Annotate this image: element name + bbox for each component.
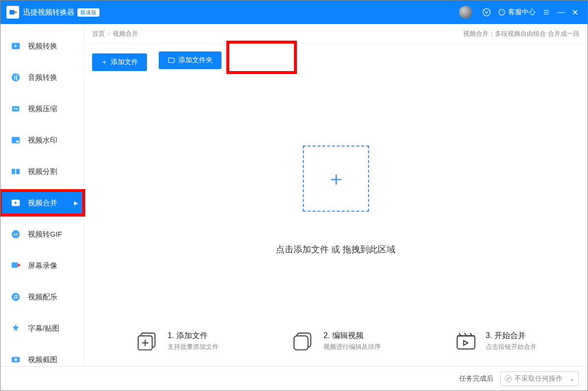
video-convert-icon [9,40,22,52]
sidebar-item-label: 视频压缩 [28,104,57,114]
sidebar-item-label: 视频截图 [28,355,57,365]
breadcrumb-bar: 首页 › 视频合并 视频合并：多段视频自由组合 合并成一段 [84,24,588,44]
merge-step-icon [453,331,479,351]
sidebar-item-subtitle-sticker[interactable]: 字幕/贴图 [0,316,84,341]
main-panel: 首页 › 视频合并 视频合并：多段视频自由组合 合并成一段 ＋ 添加文件 添加文… [84,24,588,366]
edit-step-icon [291,331,317,351]
post-task-action-select[interactable]: 不采取任何操作 ⌄ [500,371,579,386]
breadcrumb-sep-icon: › [108,30,110,37]
svg-point-23 [16,297,17,298]
breadcrumb-current: 视频合并 [113,29,138,38]
support-link[interactable]: 客服中心 [497,8,536,17]
sidebar-item-label: 屏幕录像 [28,261,57,270]
step-title: 1. 添加文件 [168,331,219,341]
video-split-icon [9,165,22,178]
step-title: 3. 开始合并 [486,331,537,341]
video-watermark-icon [9,134,22,147]
sidebar-item-label: 字幕/贴图 [28,324,59,333]
user-avatar[interactable] [459,6,472,19]
svg-point-20 [18,264,20,267]
sidebar-item-video-watermark[interactable]: 视频水印 [0,128,84,152]
sidebar-item-screen-record[interactable]: 屏幕录像 [0,253,84,278]
toolbar: ＋ 添加文件 添加文件夹 [84,44,588,79]
sidebar-item-video-music[interactable]: 视频配乐 [0,285,84,309]
step-1: 1. 添加文件 支持批量添加文件 [135,331,219,351]
sidebar-item-audio-convert[interactable]: 音频转换 [0,65,84,90]
plus-icon: ＋ [326,165,346,192]
step-subtitle: 视频进行编辑及排序 [323,342,381,351]
video-merge-icon [9,196,22,209]
add-file-button[interactable]: ＋ 添加文件 [92,53,147,71]
sidebar-item-video-split[interactable]: 视频分割 [0,159,84,184]
svg-rect-31 [294,336,308,350]
post-task-action-value: 不采取任何操作 [514,374,563,383]
step-title: 2. 编辑视频 [323,331,381,341]
app-edition-badge: 极速版 [77,8,99,17]
steps-row: 1. 添加文件 支持批量添加文件 2. 编辑视频 视频进行编辑及排序 3. [84,322,588,366]
svg-rect-0 [9,10,15,15]
chevron-down-icon: ⌄ [569,375,574,382]
sidebar-item-video-compress[interactable]: 视频压缩 [0,97,84,121]
step-3: 3. 开始合并 点击按钮开始合并 [453,331,537,351]
footer-label: 任务完成后 [459,374,493,383]
vip-icon[interactable] [481,6,492,18]
svg-text:GIF: GIF [13,233,19,236]
sidebar-item-label: 视频水印 [28,136,57,145]
screenshot-icon [9,353,22,366]
menu-icon[interactable] [540,6,552,18]
breadcrumb-root[interactable]: 首页 [92,29,105,38]
svg-rect-13 [16,141,19,143]
plus-icon: ＋ [101,58,108,67]
video-music-icon [9,291,22,303]
sidebar-item-video-convert[interactable]: 视频转换 [0,34,84,58]
video-gif-icon: GIF [9,228,22,241]
add-folder-button[interactable]: 添加文件夹 [159,51,221,69]
chevron-right-icon: ▶ [74,200,78,206]
drop-box[interactable]: ＋ [303,146,369,212]
audio-convert-icon [9,71,22,84]
svg-point-25 [14,358,17,361]
sidebar-item-video-screenshot[interactable]: 视频截图 [0,347,84,372]
svg-point-22 [14,297,15,299]
svg-point-2 [483,9,490,16]
step-subtitle: 点击按钮开始合并 [486,342,537,351]
svg-rect-19 [12,263,18,268]
sidebar-item-label: 视频分割 [28,167,57,176]
drop-hint: 点击添加文件 或 拖拽到此区域 [276,244,395,255]
svg-point-5 [503,12,504,13]
sidebar-item-video-to-gif[interactable]: GIF 视频转GIF [0,222,84,246]
add-file-label: 添加文件 [111,58,138,67]
footer-bar: 任务完成后 不采取任何操作 ⌄ [0,366,588,391]
sidebar: 视频转换 音频转换 视频压缩 视频水印 视频分割 视频合并 ▶ GIF 视频转G… [0,24,84,366]
page-description: 视频合并：多段视频自由组合 合并成一段 [463,29,580,38]
step-2: 2. 编辑视频 视频进行编辑及排序 [291,331,381,351]
sidebar-item-label: 视频转GIF [28,230,62,239]
svg-rect-32 [457,336,475,349]
svg-rect-14 [12,169,15,174]
support-label: 客服中心 [508,8,536,17]
app-title: 迅捷视频转换器 [23,8,74,17]
svg-point-3 [499,9,505,15]
sidebar-item-video-merge[interactable]: 视频合并 ▶ [0,191,84,215]
svg-point-21 [12,293,20,301]
svg-point-4 [500,12,501,13]
sidebar-item-label: 音频转换 [28,73,57,82]
svg-point-10 [12,73,20,82]
video-compress-icon [9,102,22,115]
minimize-button[interactable]: — [554,8,568,17]
add-folder-label: 添加文件夹 [178,56,213,65]
screen-record-icon [9,259,22,272]
close-button[interactable]: ✕ [568,8,582,17]
subtitle-icon [9,322,22,335]
title-bar: 迅捷视频转换器 极速版 客服中心 — ✕ [0,0,588,24]
sidebar-item-label: 视频转换 [28,42,57,51]
drop-area[interactable]: ＋ 点击添加文件 或 拖拽到此区域 [84,79,588,322]
folder-icon [168,56,175,64]
svg-point-1 [15,11,17,14]
app-logo-icon [6,6,19,19]
no-action-icon [505,375,512,382]
step-subtitle: 支持批量添加文件 [168,342,219,351]
sidebar-item-label: 视频合并 [28,198,57,208]
svg-rect-15 [16,169,20,174]
sidebar-item-label: 视频配乐 [28,293,57,302]
